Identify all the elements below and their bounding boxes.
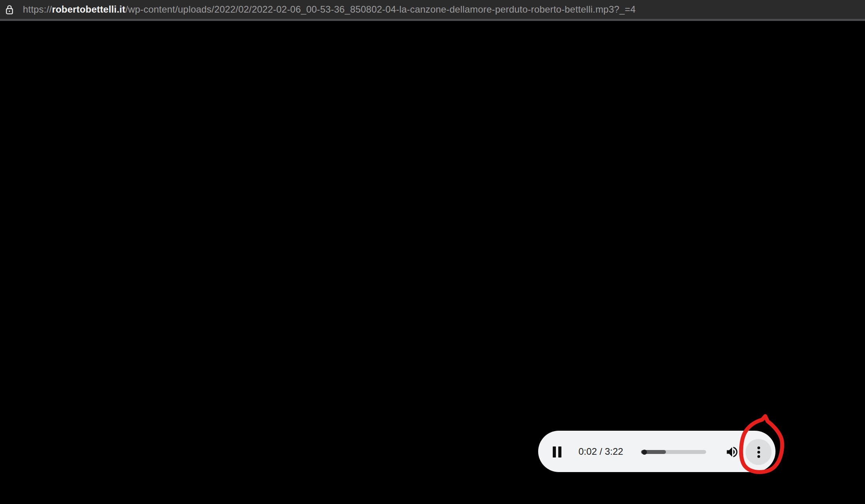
volume-button[interactable] bbox=[725, 445, 739, 459]
pause-icon bbox=[553, 446, 561, 458]
time-separator: / bbox=[597, 446, 605, 457]
url-path: /wp-content/uploads/2022/02/2022-02-06_0… bbox=[125, 4, 636, 15]
audio-player: 0:02 / 3:22 bbox=[538, 431, 776, 472]
time-display: 0:02 / 3:22 bbox=[573, 431, 629, 472]
speaker-volume-icon bbox=[725, 445, 739, 459]
url-scheme: https:// bbox=[23, 4, 52, 15]
url-domain: robertobettelli.it bbox=[52, 4, 125, 15]
lock-icon[interactable] bbox=[5, 4, 14, 16]
current-time: 0:02 bbox=[578, 446, 597, 457]
timeline-thumb[interactable] bbox=[642, 450, 647, 455]
three-dot-menu-icon bbox=[757, 446, 760, 458]
url-bar[interactable]: https://robertobettelli.it/wp-content/up… bbox=[0, 0, 865, 21]
overflow-menu-button[interactable] bbox=[746, 439, 772, 465]
pause-button[interactable] bbox=[550, 444, 564, 460]
address-url[interactable]: https://robertobettelli.it/wp-content/up… bbox=[23, 0, 636, 19]
timeline-scrubber[interactable] bbox=[641, 450, 706, 454]
duration: 3:22 bbox=[605, 446, 623, 457]
